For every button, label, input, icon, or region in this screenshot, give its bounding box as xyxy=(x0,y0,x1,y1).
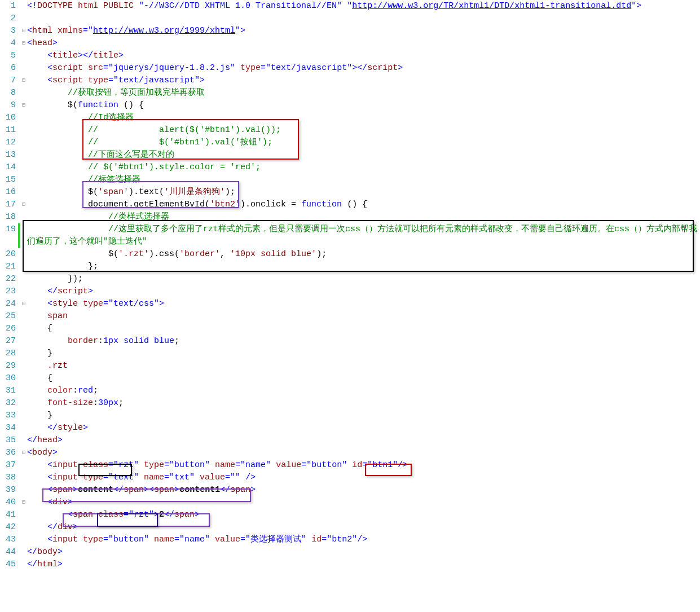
code-line[interactable]: 25 span xyxy=(0,310,700,323)
code-line[interactable]: 22 }); xyxy=(0,273,700,285)
line-number: 3 xyxy=(0,25,18,37)
code-line[interactable]: 16 $('span').text('川川是条狗狗'); xyxy=(0,186,700,199)
code-line[interactable]: 44 </body> xyxy=(0,546,700,558)
code-line[interactable]: 29 .rzt xyxy=(0,360,700,372)
code-line[interactable]: 28 } xyxy=(0,347,700,360)
code-line[interactable]: 7⊟ <script type="text/javascript"> xyxy=(0,74,700,87)
code-line[interactable]: 23 </script> xyxy=(0,285,700,298)
code-line[interactable]: 8 //获取按钮，等页面加载完毕再获取 xyxy=(0,87,700,99)
code-line[interactable]: 34 </style> xyxy=(0,422,700,434)
code-line[interactable]: 10 //Id选择器 xyxy=(0,112,700,124)
code-line[interactable]: 38 <input type="text" name="txt" value="… xyxy=(0,472,700,484)
code-line[interactable]: 37 <input class="rzt" type="button" name… xyxy=(0,459,700,472)
code-line[interactable]: 3 ⊟ <html xmlns="http://www.w3.org/1999/… xyxy=(0,25,700,37)
code-line[interactable]: 35 </head> xyxy=(0,434,700,447)
code-line[interactable]: 31 color:red; xyxy=(0,385,700,397)
code-line[interactable]: 17⊟ document.getElementById('btn2').oncl… xyxy=(0,199,700,211)
code-line[interactable]: 15 //标签选择器 xyxy=(0,174,700,186)
code-line[interactable]: 14 // $('#btn1').style.color = 'red'; xyxy=(0,161,700,174)
code-line[interactable]: 18 //类样式选择器 xyxy=(0,211,700,223)
code-text[interactable]: <!DOCTYPE html PUBLIC "-//W3C//DTD XHTML… xyxy=(27,0,700,12)
code-line[interactable]: 1 <!DOCTYPE html PUBLIC "-//W3C//DTD XHT… xyxy=(0,0,700,12)
code-line[interactable]: 12 // $('#btn1').val('按钮'); xyxy=(0,137,700,149)
code-line[interactable]: 20 $('.rzt').css('border', '10px solid b… xyxy=(0,248,700,261)
code-line[interactable]: 19 //这里获取了多个应用了rzt样式的元素，但是只需要调用一次css（）方法… xyxy=(0,223,700,248)
code-line[interactable]: 2 xyxy=(0,12,700,25)
code-line[interactable]: 43 <input type="button" name="name" valu… xyxy=(0,534,700,546)
line-number: 2 xyxy=(0,12,18,25)
code-line[interactable]: 11 // alert($('#btn1').val()); xyxy=(0,124,700,137)
code-editor[interactable]: 1 <!DOCTYPE html PUBLIC "-//W3C//DTD XHT… xyxy=(0,0,700,571)
code-line[interactable]: 45 </html> xyxy=(0,558,700,571)
code-line[interactable]: 41 <span class="rzt">2</span> xyxy=(0,509,700,521)
code-line[interactable]: 42 </div> xyxy=(0,521,700,534)
code-line[interactable]: 39 <span>content</span><span>content1</s… xyxy=(0,484,700,496)
code-line[interactable]: 9⊟ $(function () { xyxy=(0,99,700,112)
line-number: 1 xyxy=(0,0,18,12)
code-line[interactable]: 30 { xyxy=(0,372,700,385)
code-line[interactable]: 26 { xyxy=(0,323,700,335)
code-line[interactable]: 21 }; xyxy=(0,261,700,273)
code-line[interactable]: 4⊟ <head> xyxy=(0,37,700,50)
code-line[interactable]: 40⊟ <div> xyxy=(0,496,700,509)
code-line[interactable]: 27 border:1px solid blue; xyxy=(0,335,700,347)
code-line[interactable]: 13 //下面这么写是不对的 xyxy=(0,149,700,161)
code-line[interactable]: 32 font-size:30px; xyxy=(0,397,700,410)
code-line[interactable]: 5 <title></title> xyxy=(0,50,700,62)
code-line[interactable]: 33 } xyxy=(0,410,700,422)
fold-toggle[interactable]: ⊟ xyxy=(20,25,27,37)
code-line[interactable]: 36⊟ <body> xyxy=(0,447,700,459)
code-line[interactable]: 6 <script src="jquerys/jquery-1.8.2.js" … xyxy=(0,62,700,74)
code-line[interactable]: 24⊟ <style type="text/css"> xyxy=(0,298,700,310)
